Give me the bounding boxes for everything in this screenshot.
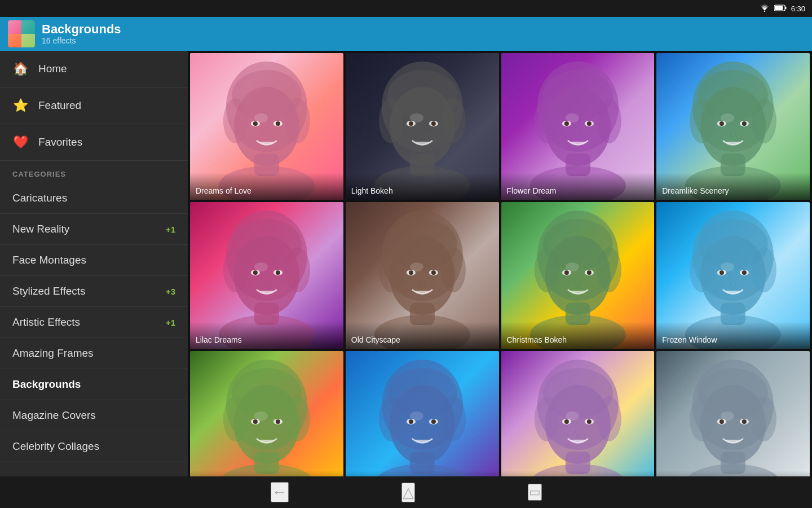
sidebar-category-new-reality[interactable]: New Reality +1 [0,214,188,245]
svg-point-58 [285,247,310,292]
effect-card-christmas-bokeh[interactable]: Christmas Bokeh [501,202,655,349]
svg-point-118 [441,396,466,441]
effect-card-planet[interactable]: Blue Planet [346,351,499,476]
artistic-effects-badge: +1 [166,318,175,327]
caricatures-label: Caricatures [12,192,67,204]
svg-point-105 [223,396,248,441]
battery-icon [774,5,787,13]
svg-point-106 [285,396,310,441]
svg-point-134 [586,419,591,424]
card-background: Sunrise Dream [501,351,655,476]
wifi-icon [760,4,770,14]
celebrity-collages-label: Celebrity Collages [12,440,99,453]
header-title: Backgrounds [42,23,121,36]
svg-point-122 [431,419,436,424]
svg-point-37 [564,121,568,126]
svg-point-110 [276,419,280,424]
svg-point-130 [596,396,621,441]
card-background: Frozen Window [656,202,810,349]
effects-grid: Dreams of Love [188,51,812,476]
svg-point-70 [441,247,466,292]
effect-card-dreams-of-love[interactable]: Dreams of Love [190,53,343,200]
card-background: Light Bokeh [346,53,499,200]
sidebar-category-magazine-covers[interactable]: Magazine Covers [0,400,188,431]
svg-point-46 [752,98,776,143]
svg-point-121 [409,419,413,424]
effect-card-dreamlike-scenery[interactable]: Dreamlike Scenery [656,53,810,200]
svg-point-63 [254,262,268,271]
svg-point-33 [534,98,559,143]
stylized-effects-badge: +3 [166,287,175,296]
effect-card-lilac-dreams[interactable]: Lilac Dreams [190,202,343,349]
sidebar-category-backgrounds[interactable]: Backgrounds [0,369,188,400]
recents-button[interactable]: ▭ [528,484,542,501]
svg-point-34 [596,98,621,143]
face-montages-label: Face Montages [12,254,86,266]
card-label-dreamlike-scenery: Dreamlike Scenery [656,173,810,200]
svg-point-69 [379,247,404,292]
backgrounds-label: Backgrounds [12,378,81,391]
sidebar-category-amazing-frames[interactable]: Amazing Frames [0,338,188,369]
app-icon [8,20,35,47]
stylized-effects-label: Stylized Effects [12,285,86,297]
effect-card-light-bokeh[interactable]: Light Bokeh [346,53,499,200]
effect-card-old-cityscape[interactable]: Old Cityscape [346,202,499,349]
sidebar-nav-favorites[interactable]: ❤️ Favorites [0,124,188,161]
effect-card-flower-dream[interactable]: Flower Dream [501,53,655,200]
card-background: Butterfly Dreams [190,351,343,476]
sidebar-nav-featured[interactable]: ⭐ Featured [0,87,188,124]
svg-point-15 [254,113,268,122]
card-background: Flower Dream [501,53,655,200]
card-label-lilac-dreams: Lilac Dreams [190,322,343,349]
effect-card-butterfly[interactable]: Butterfly Dreams [190,351,343,476]
svg-point-146 [742,419,747,424]
card-label-butterfly: Butterfly Dreams [190,471,343,476]
portrait-svg [501,351,655,476]
portrait-svg [346,351,499,476]
effect-card-gate[interactable]: Iron Gate [656,351,810,476]
favorites-label: Favorites [38,136,82,148]
svg-point-85 [564,270,568,275]
sidebar-category-face-montages[interactable]: Face Montages [0,245,188,276]
bottom-navigation-bar: ← △ ▭ [0,476,812,508]
sidebar-category-artistic-effects[interactable]: Artistic Effects +1 [0,307,188,338]
svg-point-57 [223,247,248,292]
sidebar: 🏠 Home ⭐ Featured ❤️ Favorites CATEGORIE… [0,51,188,476]
effect-card-frozen-window[interactable]: Frozen Window [656,202,810,349]
svg-point-109 [253,419,258,424]
status-bar: 6:30 [0,0,812,17]
svg-rect-3 [785,6,786,9]
svg-point-86 [586,270,591,275]
new-reality-badge: +1 [166,225,175,234]
card-background: Christmas Bokeh [501,202,655,349]
svg-point-94 [752,247,776,292]
home-button[interactable]: △ [401,483,415,502]
card-background: Old Cityscape [346,202,499,349]
featured-icon: ⭐ [12,98,28,113]
svg-point-99 [721,262,734,271]
svg-point-117 [379,396,404,441]
svg-point-39 [565,113,579,122]
svg-point-135 [565,411,579,421]
svg-point-73 [409,270,413,275]
card-background: Iron Gate [656,351,810,476]
svg-point-123 [410,411,423,421]
effect-card-sunrise[interactable]: Sunrise Dream [501,351,655,476]
svg-point-50 [742,121,747,126]
card-label-flower-dream: Flower Dream [501,173,655,200]
header-subtitle: 16 effects [42,36,121,45]
svg-point-98 [742,270,747,275]
sidebar-category-celebrity-collages[interactable]: Celebrity Collages [0,431,188,462]
svg-point-26 [431,121,436,126]
sidebar-category-caricatures[interactable]: Caricatures [0,183,188,214]
svg-point-62 [276,270,280,275]
svg-point-82 [596,247,621,292]
time-display: 6:30 [791,5,805,13]
back-button[interactable]: ← [271,482,289,502]
sidebar-category-stylized-effects[interactable]: Stylized Effects +3 [0,276,188,307]
sidebar-nav-home[interactable]: 🏠 Home [0,51,188,87]
sidebar-category-items: Caricatures New Reality +1 Face Montages… [0,183,188,462]
svg-point-111 [254,411,268,421]
svg-point-51 [721,113,734,122]
home-label: Home [38,63,67,75]
